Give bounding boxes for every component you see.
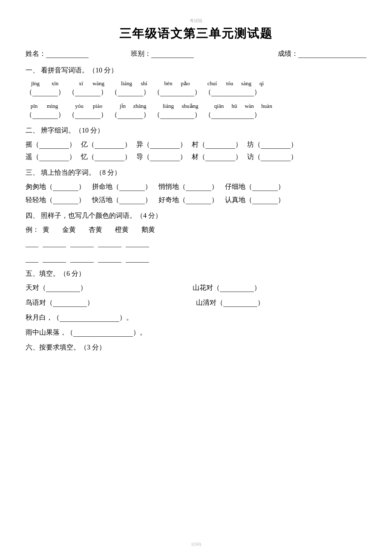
page: 考试啦 三年级语文第三单元测试题 姓名： 班别： 成绩： 一、 看拼音写词语。（… [0,0,392,555]
answer-row2 [26,254,366,263]
char-row2: 遥（） 忆（） 导（） 材（） 访（） [26,153,366,162]
watermark: 考试啦 [190,18,202,24]
fill-row1: 匆匆地（） 拼命地（） 悄悄地（） 仔细地（） [26,182,366,191]
section3-title: 三、 填上恰当的字词。（8 分） [26,168,366,177]
section2-title: 二、 辨字组词。（10 分） [26,126,366,135]
char-row1: 摇（） 亿（） 异（） 村（） 坊（） [26,140,366,149]
example-label: 例： [26,225,39,234]
fill-row2: 轻轻地（） 快活地（） 好奇地（） 认真地（） [26,196,366,205]
name-field[interactable] [46,50,89,58]
name-label: 姓名： [26,49,46,58]
section6-title: 六、按要求填空。（3 分） [26,343,366,352]
section5-title: 五、填空。（6 分） [26,269,366,278]
five-row3: 秋月白，（）。 [26,313,366,322]
page-title: 三年级语文第三单元测试题 [26,26,366,42]
header-row: 姓名： 班别： 成绩： [26,49,366,58]
section4-title: 四、 照样子，也写几个颜色的词语。（4 分） [26,211,366,220]
section1-title: 一、 看拼音写词语。（10 分） [26,66,366,75]
five-row4: 雨中山果落，（）。 [26,328,366,337]
score-field[interactable] [298,50,366,58]
answer-row1 [26,239,366,247]
pinyin-row2: pīn mìng yóu piào jǐn zhāng liáng shuǎng… [26,103,366,110]
class-label: 班别： [131,49,151,58]
paren-row2: （） （） （） （） （） [26,110,366,119]
class-field[interactable] [151,50,194,58]
pinyin-row1: jīng xīn xī wàng liáng shí bēn pǎo chuí … [26,80,366,87]
score-label: 成绩： [278,49,298,58]
paren-row1: （） （） （） （） （） [26,88,366,97]
five-row1: 天对（） 山花对（） [26,283,366,292]
five-row2: 鸟语对（） 山清对（） [26,298,366,307]
page-number: 1(50) [191,541,201,546]
example-row: 例： 黄 金黄 杏黄 橙黄 鹅黄 [26,225,366,234]
